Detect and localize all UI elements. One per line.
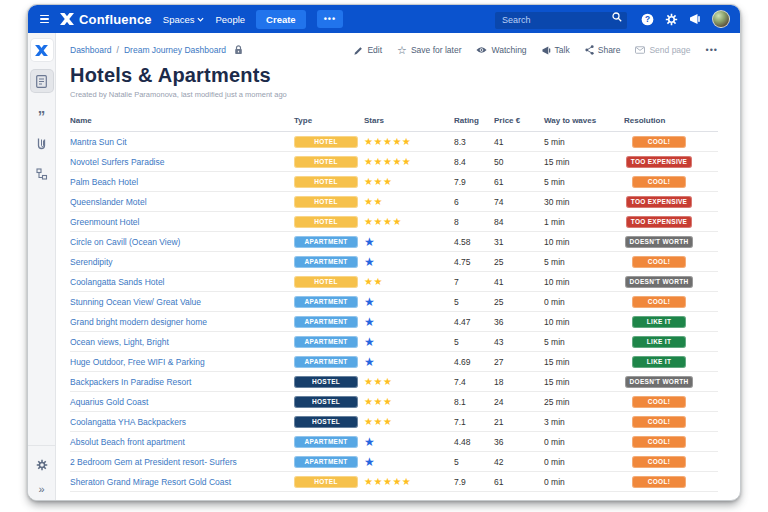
- rating-cell: 4.69: [454, 357, 494, 367]
- hotel-name-link[interactable]: Stunning Ocean View/ Great Value: [70, 297, 201, 307]
- table-row: Coolangatta Sands Hotel HOTEL ★★ 7 41 10…: [70, 272, 718, 292]
- way-to-waves-cell: 15 min: [544, 157, 624, 167]
- way-to-waves-cell: 0 min: [544, 477, 624, 487]
- talk-button[interactable]: Talk: [542, 45, 570, 55]
- price-cell: 21: [494, 417, 544, 427]
- type-cell: APARTMENT: [294, 336, 364, 348]
- search-input[interactable]: [495, 12, 627, 29]
- way-to-waves-cell: 10 min: [544, 277, 624, 287]
- resolution-cell: DOESN'T WORTH: [624, 236, 694, 248]
- edit-button[interactable]: Edit: [354, 45, 382, 55]
- type-badge: APARTMENT: [294, 356, 358, 368]
- rating-cell: 4.47: [454, 317, 494, 327]
- type-badge: HOSTEL: [294, 416, 358, 428]
- page-content: Dashboard / Dream Journey Dashboard Edit…: [56, 33, 740, 501]
- hotel-name-link[interactable]: Queenslander Motel: [70, 197, 147, 207]
- hotel-name-cell: Coolangatta Sands Hotel: [70, 277, 294, 287]
- type-badge: HOTEL: [294, 156, 358, 168]
- hotel-name-link[interactable]: Mantra Sun Cit: [70, 137, 127, 147]
- hotel-name-cell: Queenslander Motel: [70, 197, 294, 207]
- resolution-cell: TOO EXPENSIVE: [624, 216, 694, 228]
- type-badge: APARTMENT: [294, 256, 358, 268]
- rating-cell: 4.75: [454, 257, 494, 267]
- table-header-row: Name Type Stars Rating Price € Way to wa…: [70, 110, 718, 132]
- share-icon: [585, 45, 594, 55]
- settings-gear-icon[interactable]: [665, 13, 678, 26]
- stars-cell: ★★★★★: [364, 137, 454, 147]
- breadcrumb-dashboard-link[interactable]: Dashboard: [70, 45, 112, 55]
- type-cell: APARTMENT: [294, 356, 364, 368]
- hotel-name-link[interactable]: Palm Beach Hotel: [70, 177, 138, 187]
- expand-sidebar-icon[interactable]: »: [38, 484, 44, 494]
- rating-cell: 8.1: [454, 397, 494, 407]
- nav-spaces[interactable]: Spaces: [163, 14, 205, 25]
- rating-cell: 7.9: [454, 477, 494, 487]
- rating-cell: 5: [454, 297, 494, 307]
- sidebar-pages-icon[interactable]: [31, 70, 53, 92]
- resolution-badge: COOL!: [632, 176, 686, 188]
- restrictions-lock-icon[interactable]: [234, 45, 243, 55]
- resolution-cell: DOESN'T WORTH: [624, 276, 694, 288]
- pencil-icon: [354, 46, 363, 55]
- hotel-name-link[interactable]: Grand bright modern designer home: [70, 317, 207, 327]
- way-to-waves-cell: 15 min: [544, 357, 624, 367]
- help-icon[interactable]: ?: [641, 13, 654, 26]
- sidebar-attachments-icon[interactable]: [31, 132, 53, 154]
- sidebar-space-logo[interactable]: [31, 39, 53, 61]
- way-to-waves-cell: 5 min: [544, 137, 624, 147]
- user-avatar[interactable]: [712, 10, 730, 28]
- confluence-logo[interactable]: Confluence: [60, 12, 152, 27]
- nav-people[interactable]: People: [215, 14, 245, 25]
- table-row: Huge Outdoor, Free WIFI & Parking APARTM…: [70, 352, 718, 372]
- type-badge: APARTMENT: [294, 436, 358, 448]
- price-cell: 36: [494, 317, 544, 327]
- price-cell: 61: [494, 177, 544, 187]
- hotel-name-link[interactable]: 2 Bedroom Gem at President resort- Surfe…: [70, 457, 237, 467]
- breadcrumb-current-link[interactable]: Dream Journey Dashboard: [124, 45, 226, 55]
- hotel-name-link[interactable]: Aquarius Gold Coast: [70, 397, 148, 407]
- hotel-name-link[interactable]: Ocean views, Light, Bright: [70, 337, 169, 347]
- envelope-icon: [635, 46, 645, 54]
- hotel-name-cell: Greenmount Hotel: [70, 217, 294, 227]
- create-button[interactable]: Create: [256, 10, 306, 29]
- resolution-badge: COOL!: [632, 256, 686, 268]
- resolution-cell: COOL!: [624, 296, 694, 308]
- type-cell: APARTMENT: [294, 436, 364, 448]
- hotel-name-link[interactable]: Huge Outdoor, Free WIFI & Parking: [70, 357, 205, 367]
- breadcrumb: Dashboard / Dream Journey Dashboard: [70, 45, 243, 55]
- watching-button[interactable]: Watching: [476, 45, 526, 55]
- price-cell: 18: [494, 377, 544, 387]
- table-row: Stunning Ocean View/ Great Value APARTME…: [70, 292, 718, 312]
- hotel-name-cell: Palm Beach Hotel: [70, 177, 294, 187]
- hotel-name-link[interactable]: Novotel Surfers Paradise: [70, 157, 165, 167]
- share-button[interactable]: Share: [585, 45, 621, 55]
- hotel-name-link[interactable]: Coolangatta YHA Backpackers: [70, 417, 186, 427]
- hotel-name-link[interactable]: Circle on Cavill (Ocean View): [70, 237, 180, 247]
- type-badge: APARTMENT: [294, 316, 358, 328]
- resolution-cell: COOL!: [624, 396, 694, 408]
- stars-cell: ★: [364, 317, 454, 327]
- hotel-name-link[interactable]: Absolut Beach front apartment: [70, 437, 185, 447]
- announcements-megaphone-icon[interactable]: [689, 13, 701, 25]
- hotel-name-link[interactable]: Serendipity: [70, 257, 113, 267]
- page-more-actions-button[interactable]: •••: [706, 45, 718, 55]
- hotel-name-link[interactable]: Greenmount Hotel: [70, 217, 139, 227]
- type-cell: APARTMENT: [294, 316, 364, 328]
- resolution-badge: COOL!: [632, 436, 686, 448]
- hotel-name-link[interactable]: Backpackers In Paradise Resort: [70, 377, 191, 387]
- rating-cell: 6: [454, 197, 494, 207]
- space-settings-gear-icon[interactable]: [31, 454, 53, 476]
- price-cell: 25: [494, 257, 544, 267]
- hotel-name-link[interactable]: Sheraton Grand Mirage Resort Gold Coast: [70, 477, 231, 487]
- sidebar-quotes-icon[interactable]: ”: [31, 101, 53, 123]
- create-more-button[interactable]: •••: [317, 10, 343, 28]
- hotel-name-link[interactable]: Coolangatta Sands Hotel: [70, 277, 165, 287]
- table-body: Mantra Sun Cit HOTEL ★★★★★ 8.3 41 5 min …: [70, 132, 718, 492]
- sidebar-page-tree-icon[interactable]: [31, 163, 53, 185]
- global-search: [495, 9, 627, 29]
- stars-cell: ★★★: [364, 417, 454, 427]
- resolution-cell: COOL!: [624, 436, 694, 448]
- type-badge: APARTMENT: [294, 336, 358, 348]
- hamburger-menu-icon[interactable]: [40, 15, 49, 24]
- save-for-later-button[interactable]: ☆ Save for later: [397, 45, 461, 55]
